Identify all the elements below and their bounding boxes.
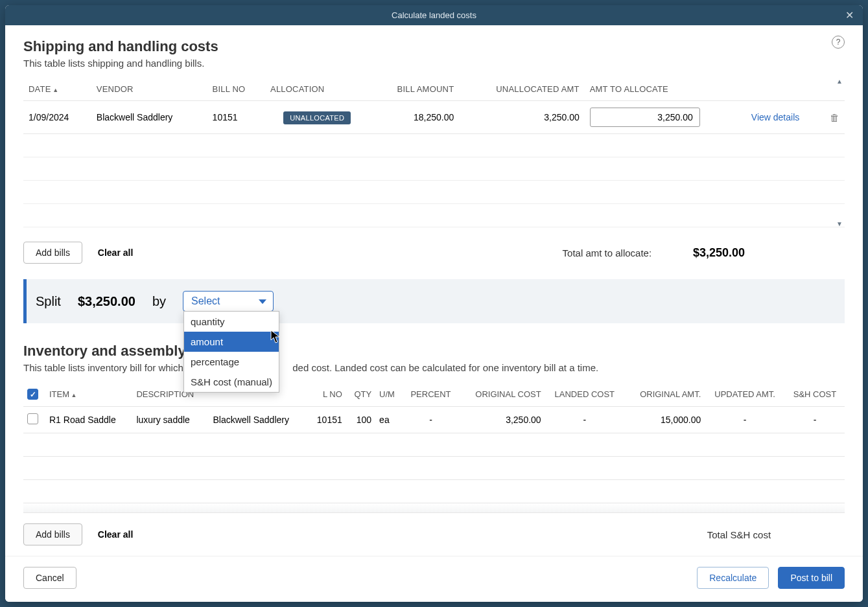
split-option-percentage[interactable]: percentage <box>184 352 279 372</box>
row-checkbox[interactable] <box>27 413 38 424</box>
cell-unallocated: 3,250.00 <box>459 101 584 134</box>
cell-date: 1/09/2024 <box>23 101 91 134</box>
cell-sh-cost: - <box>785 407 845 433</box>
cell-um: ea <box>375 407 403 433</box>
split-select[interactable]: Select quantity amount percentage S&H co… <box>183 291 274 312</box>
inventory-items-table: ITEM DESCRIPTION VENDOR_H L NO QTY U/M P… <box>23 382 845 503</box>
split-amount: $3,250.00 <box>78 294 135 309</box>
shipping-title: Shipping and handling costs <box>23 38 845 55</box>
shipping-actions: Add bills Clear all Total amt to allocat… <box>23 242 845 264</box>
view-details-link[interactable]: View details <box>751 112 799 122</box>
spacer <box>23 503 845 513</box>
split-label: Split <box>36 294 61 309</box>
modal-footer: Cancel Recalculate Post to bill <box>5 556 863 602</box>
col-um[interactable]: U/M <box>375 382 403 407</box>
cell-orig-amt: 15,000.00 <box>624 407 705 433</box>
cell-vendor: Blackwell Saddlery <box>91 101 207 134</box>
add-bills-button[interactable]: Add bills <box>23 242 82 264</box>
amt-to-allocate-input[interactable] <box>590 108 700 127</box>
cancel-button[interactable]: Cancel <box>23 567 76 589</box>
cell-item: R1 Road Saddle <box>45 407 132 433</box>
cell-updated-amt: - <box>705 407 785 433</box>
cell-qty: 100 <box>346 407 375 433</box>
col-updated-amt[interactable]: UPDATED AMT. <box>705 382 785 407</box>
clear-all-link[interactable]: Clear all <box>98 247 133 258</box>
help-icon[interactable]: ? <box>832 36 845 49</box>
col-orig-cost[interactable]: ORIGINAL COST <box>459 382 545 407</box>
modal-title-bar: Calculate landed costs ✕ <box>5 5 863 25</box>
total-allocate-label: Total amt to allocate: <box>563 247 652 258</box>
table-row: 1/09/2024 Blackwell Saddlery 10151 UNALL… <box>23 101 845 134</box>
split-by-label: by <box>152 294 166 309</box>
close-icon[interactable]: ✕ <box>845 9 854 21</box>
cell-bill-no: 10151 <box>207 101 265 134</box>
col-unallocated-amt[interactable]: UNALLOCATED AMT <box>459 78 584 101</box>
col-percent[interactable]: PERCENT <box>403 382 459 407</box>
col-qty[interactable]: QTY <box>346 382 375 407</box>
cell-billno: 10151 <box>307 407 346 433</box>
cursor-pointer-icon <box>270 330 282 347</box>
split-dropdown: quantity amount percentage S&H cost (man… <box>183 311 279 393</box>
shipping-bills-table: DATE VENDOR BILL NO ALLOCATION BILL AMOU… <box>23 78 845 227</box>
table-row: R1 Road Saddle luxury saddle Blackwell S… <box>23 407 845 433</box>
shipping-subtitle: This table lists shipping and handling b… <box>23 58 845 69</box>
empty-rows <box>23 134 845 227</box>
cell-percent: - <box>403 407 459 433</box>
total-allocate-value: $3,250.00 <box>693 246 745 259</box>
col-bill-no[interactable]: BILL NO <box>207 78 265 101</box>
col-bill-amount[interactable]: BILL AMOUNT <box>369 78 459 101</box>
col-vendor[interactable]: VENDOR <box>91 78 207 101</box>
header-checkbox[interactable] <box>27 389 38 400</box>
shipping-section: Shipping and handling costs This table l… <box>23 38 845 264</box>
col-amt-allocate[interactable]: AMT TO ALLOCATE <box>585 78 746 101</box>
cell-description: luxury saddle <box>132 407 209 433</box>
recalculate-button[interactable]: Recalculate <box>697 567 769 589</box>
cell-vendor: Blackwell Saddlery <box>209 407 307 433</box>
col-allocation[interactable]: ALLOCATION <box>265 78 369 101</box>
add-bills-button-lower[interactable]: Add bills <box>23 523 82 545</box>
inventory-subtitle: This table lists inventory bill for whic… <box>23 362 845 373</box>
modal-title: Calculate landed costs <box>392 10 476 20</box>
split-option-shmanual[interactable]: S&H cost (manual) <box>184 372 279 392</box>
cell-orig-cost: 3,250.00 <box>459 407 545 433</box>
post-to-bill-button[interactable]: Post to bill <box>778 567 845 589</box>
allocation-badge: UNALLOCATED <box>283 111 351 124</box>
col-item[interactable]: ITEM <box>45 382 132 407</box>
col-bill-no-partial[interactable]: L NO <box>307 382 346 407</box>
split-option-amount[interactable]: amount <box>184 332 279 352</box>
scroll-up-icon[interactable]: ▲ <box>836 78 843 85</box>
inventory-title: Inventory and assembly items <box>23 343 845 360</box>
modal-content: ? Shipping and handling costs This table… <box>5 25 863 556</box>
scroll-down-icon[interactable]: ▼ <box>836 220 843 227</box>
total-sh-label: Total S&H cost <box>707 529 771 540</box>
col-sh-cost[interactable]: S&H COST <box>785 382 845 407</box>
split-option-quantity[interactable]: quantity <box>184 312 279 332</box>
col-landed-cost[interactable]: LANDED COST <box>545 382 624 407</box>
clear-all-link-lower[interactable]: Clear all <box>98 529 133 540</box>
delete-row-icon[interactable]: 🗑 <box>830 112 839 123</box>
landed-costs-modal: Calculate landed costs ✕ ? Shipping and … <box>5 5 863 602</box>
col-orig-amt[interactable]: ORIGINAL AMT. <box>624 382 705 407</box>
inventory-actions: Add bills Clear all Total S&H cost <box>23 513 845 556</box>
inventory-section: Inventory and assembly items This table … <box>23 323 845 503</box>
cell-landed-cost: - <box>545 407 624 433</box>
split-bar: Split $3,250.00 by Select quantity amoun… <box>23 279 845 323</box>
cell-bill-amount: 18,250.00 <box>369 101 459 134</box>
col-date[interactable]: DATE <box>23 78 91 101</box>
